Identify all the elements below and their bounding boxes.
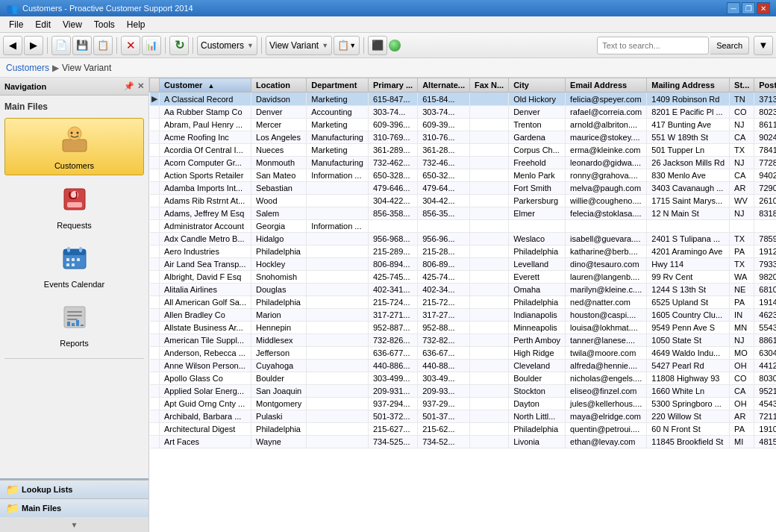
menu-edit[interactable]: Edit [29, 18, 57, 31]
view-variant-dropdown[interactable]: View Variant ▼ [266, 36, 332, 55]
svg-rect-8 [63, 249, 86, 255]
table-row[interactable]: Apollo Glass CoBoulder303-499...303-49..… [150, 372, 777, 385]
cell-email: eliseo@finzel.com [566, 385, 647, 398]
svg-rect-19 [67, 319, 78, 320]
table-row[interactable]: Adams, Jeffrey M EsqSalem856-358...856-3… [150, 207, 777, 220]
table-row[interactable]: Aa Rubber Stamp CoDenverAccounting303-74… [150, 106, 777, 119]
refresh-button[interactable]: ↻ [169, 36, 189, 55]
table-row[interactable]: Archibald, Barbara ...Pulaski501-372...5… [150, 410, 777, 423]
cell-mailing: 1050 State St [647, 334, 730, 347]
sidebar-item-events[interactable]: Events Calendar [4, 240, 144, 293]
svg-rect-15 [72, 263, 75, 266]
cell-indicator [150, 372, 160, 385]
table-header-row: Customer ▲ Location Department Primary .… [150, 78, 777, 93]
cell-department [307, 334, 369, 347]
table-row[interactable]: Allen Bradley CoMarion317-271...317-27..… [150, 309, 777, 322]
table-row[interactable]: Action Sports RetailerSan MateoInformati… [150, 169, 777, 182]
table-row[interactable]: Albright, David F EsqSnohomish425-745...… [150, 271, 777, 284]
table-row[interactable]: Air Land Sea Transp...Hockley806-894...8… [150, 258, 777, 271]
sidebar-lookup-section[interactable]: 📁 Lookup Lists [0, 480, 148, 498]
toolbar-expand-button[interactable]: ▼ [754, 36, 773, 55]
variant-options-button[interactable]: 📋▼ [334, 36, 360, 55]
col-department[interactable]: Department [307, 78, 369, 93]
cell-indicator [150, 436, 160, 448]
sidebar-close-button[interactable]: ✕ [137, 81, 144, 91]
sidebar-mainfiles-section[interactable]: 📁 Main Files [0, 498, 148, 517]
cell-primary: 732-826... [368, 334, 417, 347]
menu-view[interactable]: View [57, 18, 88, 31]
back-button[interactable]: ◀ [3, 36, 22, 55]
table-row[interactable]: American Tile Suppl...Middlesex732-826..… [150, 334, 777, 347]
sidebar-scroll-down[interactable]: ▼ [0, 517, 148, 532]
sidebar-item-customers[interactable]: Customers [4, 118, 144, 175]
cell-primary: 479-646... [368, 182, 417, 195]
table-row[interactable]: Apt Guid Orng Cnty ...Montgomery937-294.… [150, 398, 777, 410]
table-row[interactable]: Aero IndustriesPhiladelphia215-289...215… [150, 245, 777, 258]
cell-mailing: 11808 Highway 93 [647, 372, 730, 385]
sidebar-item-reports[interactable]: Reports [4, 299, 144, 352]
table-row[interactable]: Acorn Computer Gr...MonmouthManufacturin… [150, 157, 777, 169]
search-input[interactable] [597, 37, 709, 54]
col-mailing[interactable]: Mailing Address [647, 78, 730, 93]
data-table[interactable]: Customer ▲ Location Department Primary .… [149, 78, 776, 532]
cell-state: TX [730, 258, 754, 271]
table-row[interactable]: ▶A Classical RecordDavidsonMarketing615-… [150, 93, 777, 106]
cell-location: Georgia [251, 220, 307, 233]
save-button[interactable]: 💾 [72, 36, 92, 55]
table-row[interactable]: Administrator AccountGeorgiaInformation … [150, 220, 777, 233]
table-row[interactable]: Acme Roofing IncLos AngelesManufacturing… [150, 131, 777, 144]
cell-location: Denver [251, 106, 307, 119]
table-row[interactable]: Anne Wilson Person...Cuyahoga440-886...4… [150, 360, 777, 372]
minimize-button[interactable]: ─ [727, 2, 740, 14]
cell-department [307, 195, 369, 207]
customers-dropdown[interactable]: Customers ▼ [197, 36, 257, 55]
toolbar-separator-3 [165, 37, 166, 54]
cell-fax [470, 296, 509, 309]
table-row[interactable]: Architectural DigestPhiladelphia215-627.… [150, 423, 777, 436]
export-button[interactable]: 📊 [142, 36, 161, 55]
table-row[interactable]: Art FacesWayne734-525...734-52...Livonia… [150, 436, 777, 448]
forward-button[interactable]: ▶ [24, 36, 43, 55]
col-alternate[interactable]: Alternate... [418, 78, 470, 93]
col-state[interactable]: St... [730, 78, 754, 93]
cell-state: MI [730, 436, 754, 448]
stop-button[interactable]: ⬛ [368, 36, 387, 55]
menu-file[interactable]: File [3, 18, 29, 31]
customers-icon [60, 123, 90, 158]
cell-state: CO [730, 106, 754, 119]
col-primary[interactable]: Primary ... [368, 78, 417, 93]
col-city[interactable]: City [509, 78, 566, 93]
svg-rect-0 [63, 140, 87, 151]
table-row[interactable]: Adx Candle Metro B...Hidalgo956-968...95… [150, 233, 777, 245]
copy-button[interactable]: 📋 [93, 36, 113, 55]
close-button[interactable]: ✕ [757, 2, 770, 14]
delete-button[interactable]: ✕ [121, 36, 140, 55]
sidebar-pin-button[interactable]: 📌 [124, 81, 134, 91]
menu-tools[interactable]: Tools [88, 18, 121, 31]
col-postal[interactable]: Postal ... [754, 78, 776, 93]
cell-state: PA [730, 423, 754, 436]
cell-department [307, 245, 369, 258]
table-row[interactable]: Anderson, Rebecca ...Jefferson636-677...… [150, 347, 777, 360]
table-row[interactable]: Alitalia AirlinesDouglas402-341...402-34… [150, 284, 777, 296]
table-row[interactable]: Allstate Business Ar...Hennepin952-887..… [150, 322, 777, 334]
col-fax[interactable]: Fax N... [470, 78, 509, 93]
table-row[interactable]: Acordia Of Central I...NuecesMarketing36… [150, 144, 777, 157]
col-email[interactable]: Email Address [566, 78, 647, 93]
col-customer[interactable]: Customer ▲ [160, 78, 251, 93]
table-row[interactable]: All American Golf Sa...Philadelphia215-7… [150, 296, 777, 309]
breadcrumb-customers[interactable]: Customers [6, 63, 49, 73]
sidebar-item-requests[interactable]: Requests [4, 181, 144, 234]
menu-help[interactable]: Help [121, 18, 151, 31]
table-row[interactable]: Adams Rib Rstrnt At...Wood304-422...304-… [150, 195, 777, 207]
search-button[interactable]: Search [710, 37, 749, 54]
new-button[interactable]: 📄 [51, 36, 71, 55]
col-location[interactable]: Location [251, 78, 307, 93]
col-indicator[interactable] [150, 78, 160, 93]
cell-alternate: 440-88... [418, 360, 470, 372]
table-row[interactable]: Abram, Paul Henry ...MercerMarketing609-… [150, 119, 777, 131]
view-variant-label: View Variant [269, 40, 319, 51]
restore-button[interactable]: ❐ [742, 2, 755, 14]
table-row[interactable]: Applied Solar Energ...San Joaquin209-931… [150, 385, 777, 398]
table-row[interactable]: Adamba Imports Int...Sebastian479-646...… [150, 182, 777, 195]
